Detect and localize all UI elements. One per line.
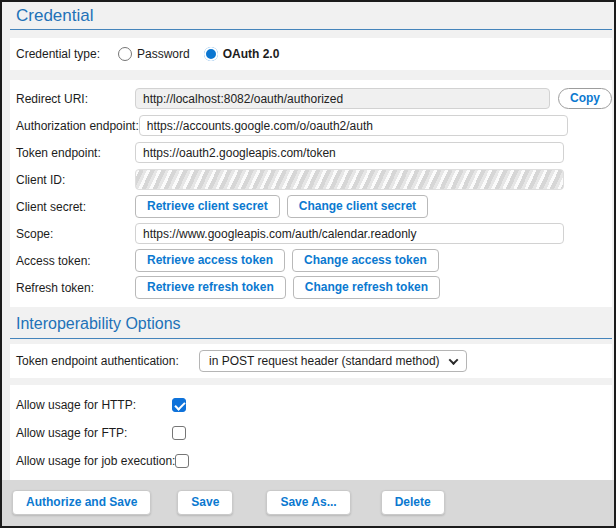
token-endpoint-auth-select[interactable]: in POST request header (standard method): [199, 350, 467, 372]
allow-ftp-row: Allow usage for FTP:: [10, 419, 612, 447]
client-id-label: Client ID:: [16, 173, 135, 187]
allow-job-checkbox[interactable]: [175, 454, 189, 468]
retrieve-refresh-token-button[interactable]: Retrieve refresh token: [135, 276, 286, 299]
redirect-uri-row: Redirect URI: Copy: [10, 85, 612, 112]
allow-http-checkbox[interactable]: [172, 398, 186, 412]
delete-button[interactable]: Delete: [381, 490, 445, 515]
redirect-uri-input[interactable]: [135, 88, 550, 109]
client-id-row: Client ID:: [10, 166, 612, 193]
token-endpoint-input[interactable]: [135, 142, 564, 163]
oauth2-radio-label[interactable]: OAuth 2.0: [223, 47, 280, 61]
credential-type-panel: Credential type: Password OAuth 2.0: [10, 38, 612, 70]
authorize-and-save-button[interactable]: Authorize and Save: [12, 490, 151, 515]
usage-options-panel: Allow usage for HTTP: Allow usage for FT…: [10, 385, 612, 481]
allow-job-label: Allow usage for job execution:: [16, 454, 175, 468]
copy-button[interactable]: Copy: [558, 88, 612, 109]
title-divider: [10, 29, 612, 30]
oauth2-radio[interactable]: [204, 47, 218, 61]
credential-type-radio-group: Password OAuth 2.0: [116, 47, 279, 61]
authorization-endpoint-input[interactable]: [139, 115, 568, 136]
oauth-fields-panel: Redirect URI: Copy Authorization endpoin…: [10, 80, 612, 307]
allow-http-label: Allow usage for HTTP:: [16, 398, 172, 412]
scope-input[interactable]: [135, 223, 564, 244]
password-radio-label[interactable]: Password: [137, 47, 190, 61]
token-endpoint-label: Token endpoint:: [16, 146, 135, 160]
access-token-label: Access token:: [16, 254, 135, 268]
authorization-endpoint-row: Authorization endpoint:: [10, 112, 612, 139]
page-header: Credential: [2, 2, 614, 29]
client-id-redacted-field[interactable]: [135, 169, 564, 190]
interoperability-heading: Interoperability Options: [2, 307, 614, 338]
chevron-down-icon: [448, 355, 458, 365]
redirect-uri-label: Redirect URI:: [16, 92, 135, 106]
save-as-button[interactable]: Save As...: [266, 490, 350, 515]
authorization-endpoint-label: Authorization endpoint:: [16, 119, 139, 133]
access-token-row: Access token: Retrieve access token Chan…: [10, 247, 612, 274]
change-refresh-token-button[interactable]: Change refresh token: [293, 276, 440, 299]
token-endpoint-auth-panel: Token endpoint authentication: in POST r…: [10, 344, 612, 378]
scope-label: Scope:: [16, 227, 135, 241]
token-endpoint-row: Token endpoint:: [10, 139, 612, 166]
allow-ftp-label: Allow usage for FTP:: [16, 426, 172, 440]
credential-type-label: Credential type:: [16, 47, 116, 61]
allow-job-row: Allow usage for job execution:: [10, 447, 612, 475]
token-endpoint-auth-value: in POST request header (standard method): [209, 354, 440, 368]
allow-ftp-checkbox[interactable]: [172, 426, 186, 440]
retrieve-client-secret-button[interactable]: Retrieve client secret: [135, 195, 280, 218]
client-secret-row: Client secret: Retrieve client secret Ch…: [10, 193, 612, 220]
credential-page: Credential Credential type: Password OAu…: [0, 0, 616, 528]
change-access-token-button[interactable]: Change access token: [292, 249, 439, 272]
change-client-secret-button[interactable]: Change client secret: [287, 195, 428, 218]
token-endpoint-auth-label: Token endpoint authentication:: [16, 354, 199, 368]
save-button[interactable]: Save: [177, 490, 233, 515]
interoperability-divider: [10, 338, 612, 339]
retrieve-access-token-button[interactable]: Retrieve access token: [135, 249, 285, 272]
allow-http-row: Allow usage for HTTP:: [10, 391, 612, 419]
footer-action-bar: Authorize and Save Save Save As... Delet…: [2, 480, 614, 526]
refresh-token-row: Refresh token: Retrieve refresh token Ch…: [10, 274, 612, 301]
refresh-token-label: Refresh token:: [16, 281, 135, 295]
page-title: Credential: [16, 6, 94, 26]
client-secret-label: Client secret:: [16, 200, 135, 214]
scope-row: Scope:: [10, 220, 612, 247]
password-radio[interactable]: [118, 47, 132, 61]
